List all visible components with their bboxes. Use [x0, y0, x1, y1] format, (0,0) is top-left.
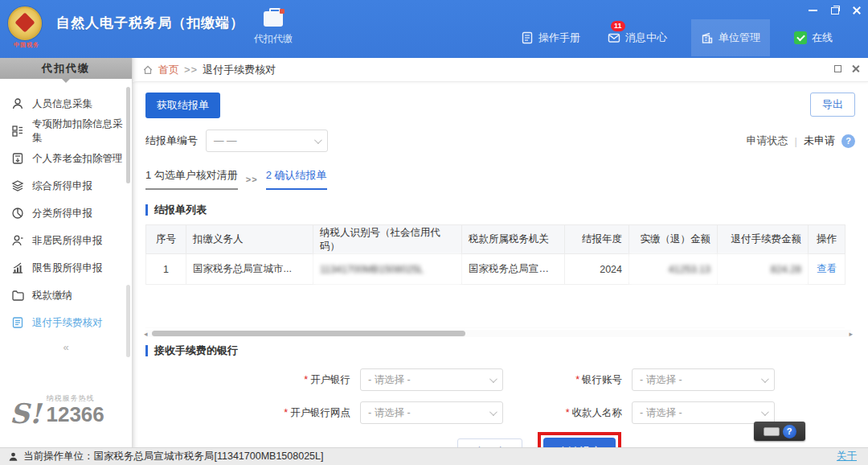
person-icon	[11, 97, 24, 110]
required-mark: *	[575, 374, 579, 385]
help-icon[interactable]: ?	[841, 134, 855, 148]
section-bar	[145, 204, 148, 216]
status-bar: 当前操作单位：国家税务总局宣城市税务局[11341700MB1508025L] …	[0, 447, 868, 465]
restore-icon[interactable]	[829, 5, 840, 15]
sidebar-item-label: 非居民所得申报	[32, 234, 103, 248]
page-content: 获取结报单 导出 结报单编号 — — 申请状态 | 未申请 ? 1 勾选单户核对…	[133, 82, 868, 447]
col-action: 操作	[809, 225, 845, 254]
scrollbar-thumb[interactable]	[126, 87, 130, 183]
cell-taxpayer-id: 11341700MB1508025L	[313, 254, 462, 285]
about-link[interactable]: 关于	[837, 450, 857, 463]
sidebar-tab-withholding[interactable]: 代扣代缴	[0, 58, 132, 79]
cell-seq: 1	[146, 254, 186, 285]
export-button[interactable]: 导出	[810, 93, 855, 117]
branch-label: 开户银行网点	[290, 407, 350, 418]
doc-list-icon	[11, 316, 24, 329]
doc-download-icon	[11, 152, 24, 165]
sidebar-item-tax-payment[interactable]: 税款缴纳	[0, 282, 132, 309]
tab-close-icon[interactable]	[851, 64, 860, 73]
module-tab-withholding[interactable]: 代扣代缴	[245, 11, 301, 46]
payee-select-value: - 请选择 -	[640, 406, 682, 420]
bar-chart-icon	[11, 261, 24, 274]
cell-year: 2024	[565, 254, 629, 285]
statement-no-select[interactable]: — —	[206, 130, 328, 152]
table-row: 1 国家税务总局宣城市... 11341700MB1508025L 国家税务总局…	[146, 254, 845, 285]
sidebar-collapse-button[interactable]: «	[63, 341, 68, 353]
home-icon	[142, 64, 154, 76]
sidebar: 代扣代缴 人员信息采集 专项附加扣除信息采集 个人养老金扣除管理 综合所得申报 …	[0, 58, 133, 447]
bank-section-title: 接收手续费的银行	[145, 344, 855, 358]
table-header-row: 序号 扣缴义务人 纳税人识别号（社会信用代码） 税款所属税务机关 结报年度 实缴…	[146, 225, 845, 254]
tab-controls	[834, 64, 860, 73]
hotline-number: 12366	[46, 404, 104, 425]
view-link[interactable]: 查看	[817, 263, 837, 274]
bank-select-value: - 请选择 -	[368, 373, 411, 387]
folder-icon	[11, 289, 24, 302]
tab-restore-icon[interactable]	[834, 65, 841, 72]
account-select[interactable]: - 请选择 -	[632, 368, 775, 391]
envelope-icon	[608, 31, 620, 44]
col-taxpayer-id: 纳税人识别号（社会信用代码）	[313, 225, 462, 254]
nav-unit-management[interactable]: 单位管理	[691, 19, 770, 56]
nav-messages[interactable]: 11 消息中心	[604, 26, 670, 50]
app-titlebar: 中国税务 自然人电子税务局（扣缴端） 代扣代缴 操作手册 11 消息中心 单位管…	[0, 0, 868, 58]
module-label: 代扣代缴	[245, 32, 301, 46]
table-horizontal-scrollbar[interactable]: ◂ ▸	[145, 330, 851, 337]
minimize-icon[interactable]	[808, 5, 818, 15]
sidebar-item-special-deduction[interactable]: 专项附加扣除信息采集	[0, 117, 132, 145]
nav-manual-label: 操作手册	[538, 31, 580, 45]
window-controls	[808, 5, 862, 15]
close-icon[interactable]	[851, 5, 862, 15]
statement-table: 序号 扣缴义务人 纳税人识别号（社会信用代码） 税款所属税务机关 结报年度 实缴…	[145, 224, 845, 285]
table-empty-area	[145, 285, 845, 328]
sidebar-item-refund-fee-check[interactable]: 退付手续费核对	[0, 309, 132, 336]
hotline-face-icon: S!	[10, 403, 41, 425]
chevron-down-icon	[761, 375, 769, 383]
sidebar-item-label: 综合所得申报	[32, 179, 92, 193]
branch-select[interactable]: - 请选择 -	[360, 401, 503, 424]
sidebar-item-pension-deduction[interactable]: 个人养老金扣除管理	[0, 145, 132, 172]
layers-icon	[11, 179, 24, 192]
cell-paid-amount: 41253.13	[629, 254, 718, 285]
required-mark: *	[304, 374, 308, 385]
statement-list-section-title: 结报单列表	[145, 203, 855, 217]
nav-online-status[interactable]: 在线	[791, 26, 836, 50]
payee-select[interactable]: - 请选择 -	[632, 401, 775, 424]
cell-tax-authority: 国家税务总局宣城经...	[462, 254, 565, 285]
col-paid-amount: 实缴（退）金额	[629, 225, 718, 254]
fetch-statement-button[interactable]: 获取结报单	[145, 93, 220, 118]
chevron-down-icon	[489, 408, 497, 416]
widget-help-icon[interactable]: ?	[783, 425, 796, 438]
scroll-right-arrow[interactable]: ▸	[849, 330, 853, 338]
scrollbar-thumb[interactable]	[152, 331, 465, 336]
statement-no-value: — —	[214, 135, 236, 146]
scroll-left-arrow[interactable]: ◂	[144, 330, 148, 338]
scrollbar-thumb[interactable]	[126, 285, 130, 357]
nav-manual[interactable]: 操作手册	[518, 26, 583, 50]
sidebar-menu: 人员信息采集 专项附加扣除信息采集 个人养老金扣除管理 综合所得申报 分类所得申…	[0, 79, 132, 336]
steps-indicator: 1 勾选单户核对清册 >> 2 确认结报单	[145, 168, 855, 190]
nav-unit-label: 单位管理	[719, 31, 760, 45]
briefcase-icon	[264, 11, 283, 27]
chevron-down-icon	[489, 375, 497, 383]
sidebar-scrollbar[interactable]	[126, 84, 130, 381]
tax-emblem-logo	[8, 6, 42, 40]
breadcrumb-home[interactable]: 首页	[158, 63, 179, 77]
step-1-select-households[interactable]: 1 勾选单户核对清册	[145, 168, 238, 190]
breadcrumb-current: 退付手续费核对	[203, 63, 276, 77]
sidebar-item-restricted-stock[interactable]: 限售股所得申报	[0, 254, 132, 282]
nav-online-label: 在线	[812, 31, 833, 45]
sidebar-item-classified-income[interactable]: 分类所得申报	[0, 200, 132, 227]
step-2-confirm-statement[interactable]: 2 确认结报单	[266, 168, 327, 190]
sidebar-item-label: 限售股所得申报	[32, 261, 103, 275]
col-fee-amount: 退付手续费金额	[718, 225, 809, 254]
section-title-text: 接收手续费的银行	[154, 344, 238, 358]
soft-keyboard-widget[interactable]: ?	[754, 422, 805, 441]
bank-select[interactable]: - 请选择 -	[360, 368, 503, 391]
emblem-caption: 中国税务	[8, 41, 45, 49]
main-panel: 首页 >> 退付手续费核对 获取结报单 导出 结报单编号 — — 申请状态 | …	[133, 58, 868, 447]
sidebar-item-comprehensive-income[interactable]: 综合所得申报	[0, 172, 132, 200]
sidebar-item-nonresident-income[interactable]: 非居民所得申报	[0, 227, 132, 254]
sidebar-item-personnel-info[interactable]: 人员信息采集	[0, 90, 132, 117]
required-mark: *	[284, 407, 288, 418]
